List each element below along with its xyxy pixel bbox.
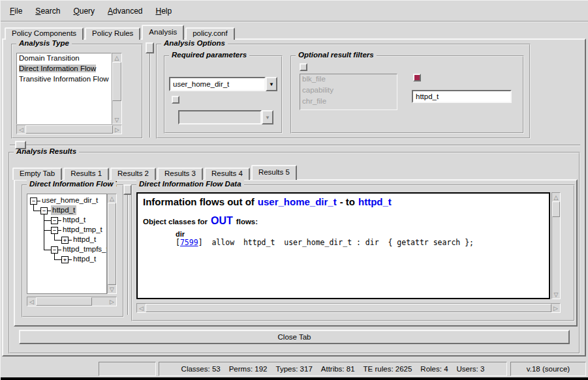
status-types: Types: 317 bbox=[276, 365, 313, 373]
status-perms: Perms: 192 bbox=[229, 365, 268, 373]
tree-node-label[interactable]: httpd_t bbox=[72, 254, 97, 264]
starting-type-combobox[interactable]: ▼ bbox=[169, 77, 277, 91]
rule-number-link[interactable]: 7599 bbox=[180, 238, 198, 247]
tab-policy-rules[interactable]: Policy Rules bbox=[85, 27, 140, 40]
analysis-type-hscrollbar[interactable]: ◁ ▷ bbox=[16, 124, 122, 134]
main-tab-bar: Policy Components Policy Rules Analysis … bbox=[5, 25, 236, 40]
scrollbar-thumb[interactable] bbox=[25, 125, 113, 134]
rule-text: allow httpd_t user_home_dir_t : dir { ge… bbox=[211, 238, 474, 247]
status-te-rules: TE rules: 2625 bbox=[364, 365, 412, 373]
scroll-right-icon[interactable]: ▷ bbox=[113, 125, 121, 134]
apol-window: File Search Query Advanced Help Policy C… bbox=[0, 0, 588, 380]
tab-policy-components[interactable]: Policy Components bbox=[5, 27, 84, 40]
results-tab-bar: Empty Tab Results 1 Results 2 Results 3 … bbox=[12, 164, 298, 180]
scrollbar-thumb[interactable] bbox=[112, 62, 121, 101]
window-bottom-edge bbox=[1, 377, 588, 380]
flow-tree[interactable]: −user_home_dir_t−httpd_t−httpd_t−httpd_t… bbox=[27, 194, 107, 294]
rule-line: [7599] allow httpd_t user_home_dir_t : d… bbox=[176, 238, 544, 247]
list-item-disabled: chr_file bbox=[300, 96, 397, 108]
status-attribs: Attribs: 81 bbox=[321, 365, 355, 373]
list-item-disabled: capability bbox=[300, 85, 397, 96]
analysis-options-title: Analysis Options bbox=[161, 39, 228, 47]
close-tab-button[interactable]: Close Tab bbox=[19, 330, 570, 344]
chevron-down-icon[interactable]: ▼ bbox=[266, 77, 277, 91]
horizontal-sash-handle[interactable] bbox=[15, 141, 26, 149]
required-parameters-title: Required parameters bbox=[169, 51, 249, 59]
tab-analysis[interactable]: Analysis bbox=[142, 25, 184, 40]
status-roles: Roles: 4 bbox=[420, 365, 448, 373]
expand-icon[interactable]: + bbox=[61, 256, 69, 263]
collapse-icon[interactable]: − bbox=[40, 207, 48, 214]
menu-bar: File Search Query Advanced Help bbox=[1, 1, 588, 22]
list-item[interactable]: Domain Transition bbox=[17, 53, 111, 64]
status-empty-box bbox=[99, 362, 156, 376]
status-users: Users: 3 bbox=[457, 365, 485, 373]
collapse-icon[interactable]: − bbox=[51, 246, 58, 254]
object-class-list: blk_file capability chr_file bbox=[300, 74, 397, 110]
status-stats: Classes: 53 Perms: 192 Types: 317 Attrib… bbox=[159, 362, 507, 376]
vertical-sash[interactable] bbox=[149, 46, 151, 138]
scroll-up-icon[interactable]: △ bbox=[112, 53, 121, 62]
regex-checkbox[interactable] bbox=[413, 74, 421, 81]
list-item-selected[interactable]: Direct Information Flow bbox=[17, 64, 111, 74]
attrib-checkbox[interactable] bbox=[172, 96, 179, 104]
analysis-type-vscrollbar[interactable]: △ ▽ bbox=[112, 53, 122, 124]
scroll-left-icon[interactable]: ◁ bbox=[17, 125, 25, 134]
tree-node-label[interactable]: httpd_t bbox=[51, 205, 76, 215]
tab-results-3[interactable]: Results 3 bbox=[157, 168, 203, 180]
tab-policy-conf[interactable]: policy.conf bbox=[185, 27, 234, 40]
object-class-checkbox[interactable] bbox=[300, 63, 307, 71]
tree-node-label[interactable]: httpd_t bbox=[61, 215, 87, 225]
menu-advanced[interactable]: Advanced bbox=[101, 5, 149, 18]
flow-data-title: Direct Information Flow Data bbox=[136, 180, 244, 188]
menu-query[interactable]: Query bbox=[67, 5, 101, 18]
tree-node-label[interactable]: user_home_dir_t bbox=[40, 196, 99, 205]
expand-icon[interactable]: + bbox=[61, 237, 69, 244]
flow-tree-title: Direct Information Flow T bbox=[27, 180, 117, 188]
horizontal-sash[interactable] bbox=[10, 145, 580, 146]
flow-data-heading: Information flows out ofuser_home_dir_t-… bbox=[143, 196, 544, 207]
list-item-disabled: blk_file bbox=[300, 74, 397, 85]
tab-empty[interactable]: Empty Tab bbox=[12, 168, 62, 180]
attrib-value bbox=[178, 110, 262, 124]
starting-type-value[interactable] bbox=[169, 77, 266, 91]
menu-search[interactable]: Search bbox=[29, 5, 67, 18]
tab-results-5[interactable]: Results 5 bbox=[251, 165, 297, 180]
tree-node-label[interactable]: httpd_tmpfs_t bbox=[61, 244, 107, 254]
tab-results-4[interactable]: Results 4 bbox=[204, 168, 250, 180]
status-classes: Classes: 53 bbox=[181, 365, 221, 373]
menu-help[interactable]: Help bbox=[149, 5, 178, 18]
object-class-name: dir bbox=[176, 230, 544, 238]
menu-file[interactable]: File bbox=[3, 5, 29, 18]
regex-input[interactable] bbox=[412, 90, 512, 103]
flow-data-subheading: Object classes forOUTflows: bbox=[143, 215, 544, 227]
collapse-icon[interactable]: − bbox=[51, 227, 58, 234]
scroll-down-icon[interactable]: ▽ bbox=[112, 115, 121, 124]
tab-results-2[interactable]: Results 2 bbox=[110, 168, 156, 180]
analysis-type-list[interactable]: Domain Transition Direct Information Flo… bbox=[16, 53, 112, 124]
flow-data-text[interactable]: Information flows out ofuser_home_dir_t-… bbox=[136, 192, 550, 299]
results-sash[interactable] bbox=[127, 188, 129, 315]
analysis-type-title: Analysis Type bbox=[16, 39, 72, 47]
attrib-combobox: ▼ bbox=[178, 110, 273, 124]
tree-node-label[interactable]: httpd_t bbox=[72, 235, 97, 244]
vertical-sash-handle[interactable] bbox=[146, 42, 154, 53]
chevron-down-icon: ▼ bbox=[262, 110, 273, 124]
optional-filters-title: Optional result filters bbox=[296, 51, 377, 59]
collapse-icon[interactable]: − bbox=[30, 197, 37, 205]
collapse-icon[interactable]: − bbox=[51, 217, 58, 224]
tab-results-1[interactable]: Results 1 bbox=[63, 168, 109, 180]
status-version: v.18 (source) bbox=[510, 362, 586, 376]
list-item[interactable]: Transitive Information Flow bbox=[17, 74, 111, 85]
tree-node-label[interactable]: httpd_tmp_t bbox=[61, 225, 104, 235]
